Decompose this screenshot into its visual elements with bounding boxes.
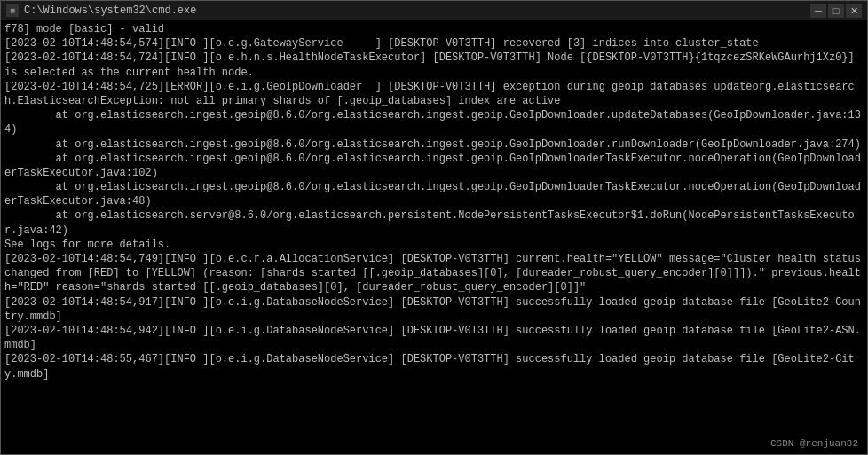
console-line: [2023-02-10T14:48:54,574][INFO ][o.e.g.G… bbox=[4, 36, 864, 51]
console-line: [2023-02-10T14:48:54,724][INFO ][o.e.h.n… bbox=[4, 51, 864, 79]
console-line: [2023-02-10T14:48:55,467][INFO ][o.e.i.g… bbox=[4, 352, 864, 380]
console-line: at org.elasticsearch.ingest.geoip@8.6.0/… bbox=[4, 108, 864, 137]
window-controls: ─ □ ✕ bbox=[810, 4, 862, 18]
console-line: [2023-02-10T14:48:54,917][INFO ][o.e.i.g… bbox=[4, 295, 864, 324]
console-line: at org.elasticsearch.ingest.geoip@8.6.0/… bbox=[4, 180, 864, 208]
cmd-window: ■ C:\Windows\system32\cmd.exe ─ □ ✕ f78]… bbox=[0, 0, 868, 455]
console-line: [2023-02-10T14:48:54,725][ERROR][o.e.i.g… bbox=[4, 80, 864, 108]
console-line: f78] mode [basic] - valid bbox=[4, 22, 864, 36]
title-bar-left: ■ C:\Windows\system32\cmd.exe bbox=[6, 4, 196, 17]
console-body: f78] mode [basic] - valid[2023-02-10T14:… bbox=[1, 20, 867, 383]
close-button[interactable]: ✕ bbox=[846, 4, 862, 18]
console-container: f78] mode [basic] - valid[2023-02-10T14:… bbox=[1, 20, 867, 454]
watermark: CSDN @renjuan82 bbox=[770, 438, 858, 449]
console-line: at org.elasticsearch.server@8.6.0/org.el… bbox=[4, 208, 864, 237]
console-line: at org.elasticsearch.ingest.geoip@8.6.0/… bbox=[4, 152, 864, 180]
window-title: C:\Windows\system32\cmd.exe bbox=[24, 4, 196, 17]
console-line: [2023-02-10T14:48:54,749][INFO ][o.e.c.r… bbox=[4, 252, 864, 295]
cmd-icon: ■ bbox=[6, 4, 19, 17]
console-line: [2023-02-10T14:48:54,942][INFO ][o.e.i.g… bbox=[4, 324, 864, 352]
minimize-button[interactable]: ─ bbox=[810, 4, 826, 18]
console-line: See logs for more details. bbox=[4, 238, 864, 252]
maximize-button[interactable]: □ bbox=[828, 4, 844, 18]
title-bar: ■ C:\Windows\system32\cmd.exe ─ □ ✕ bbox=[1, 1, 867, 20]
console-line: at org.elasticsearch.ingest.geoip@8.6.0/… bbox=[4, 137, 864, 152]
